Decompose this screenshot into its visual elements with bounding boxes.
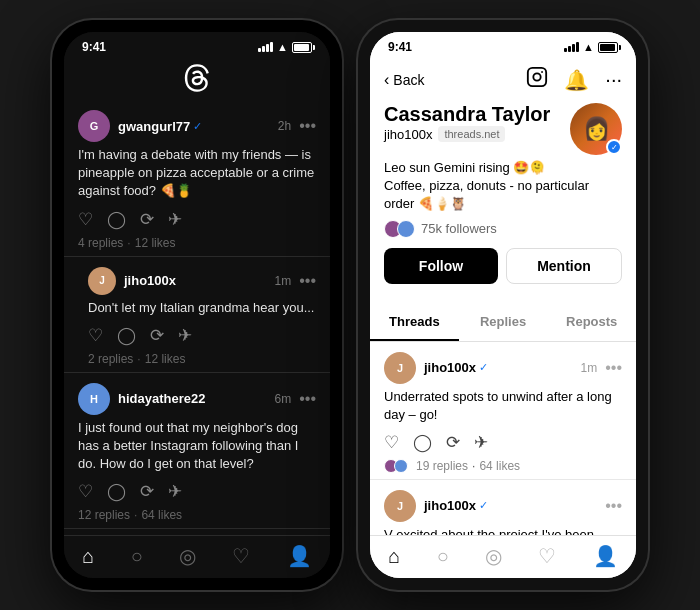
signal-icon (564, 42, 579, 52)
nav-heart-icon[interactable]: ♡ (538, 544, 556, 568)
like-button[interactable]: ♡ (384, 432, 399, 453)
left-phone: 9:41 ▲ (52, 20, 342, 590)
tab-threads[interactable]: Threads (370, 304, 459, 341)
post-user-info: G gwangurl77 ✓ (78, 110, 202, 142)
repost-button[interactable]: ⟳ (140, 209, 154, 230)
post-time: 1m (581, 361, 598, 375)
follower-avatar (397, 220, 415, 238)
post-item: J jiho100x 1m ••• Don't let my (64, 257, 330, 373)
username: hidayathere22 (118, 391, 205, 406)
username-row: jiho100x ✓ (424, 498, 488, 513)
more-button[interactable]: ••• (299, 117, 316, 135)
repost-button[interactable]: ⟳ (446, 432, 460, 453)
profile-tabs: Threads Replies Reposts (370, 304, 636, 342)
share-button[interactable]: ✈ (178, 325, 192, 346)
post-content: Underrated spots to unwind after a long … (384, 388, 622, 424)
post-actions: ♡ ◯ ⟳ ✈ (384, 432, 622, 453)
like-button[interactable]: ♡ (88, 325, 103, 346)
repost-button[interactable]: ⟳ (140, 481, 154, 502)
post-user-info: H hidayathere22 (78, 383, 205, 415)
profile-name: Cassandra Taylor (384, 103, 550, 126)
profile-info: Cassandra Taylor jiho100x threads.net 👩 … (370, 99, 636, 304)
nav-activity-icon[interactable]: ◎ (485, 544, 502, 568)
post-content: I'm having a debate with my friends — is… (78, 146, 316, 201)
battery-icon (598, 42, 618, 53)
wifi-icon: ▲ (277, 41, 288, 53)
right-status-icons: ▲ (564, 41, 618, 53)
post-actions: ♡ ◯ ⟳ ✈ (78, 481, 316, 502)
nav-activity-icon[interactable]: ◎ (179, 544, 196, 568)
threads-logo-svg (183, 64, 211, 92)
instagram-icon[interactable] (526, 66, 548, 93)
right-status-bar: 9:41 ▲ (370, 32, 636, 58)
nav-home-icon[interactable]: ⌂ (82, 545, 94, 568)
post-stats: 4 replies · 12 likes (78, 236, 316, 250)
wifi-icon: ▲ (583, 41, 594, 53)
username-row: jiho100x ✓ (424, 360, 488, 375)
nav-search-icon[interactable]: ○ (131, 545, 143, 568)
profile-post-item: J jiho100x ✓ ••• V excited about the pro… (370, 480, 636, 535)
nav-profile-icon[interactable]: 👤 (593, 544, 618, 568)
post-actions: ♡ ◯ ⟳ ✈ (78, 209, 316, 230)
feed: G gwangurl77 ✓ 2h ••• (64, 100, 330, 535)
tab-reposts[interactable]: Reposts (547, 304, 636, 341)
verified-badge: ✓ (193, 120, 202, 133)
like-button[interactable]: ♡ (78, 209, 93, 230)
profile-post-user: J jiho100x ✓ (384, 352, 488, 384)
username-row: jiho100x (124, 273, 176, 288)
nav-heart-icon[interactable]: ♡ (232, 544, 250, 568)
post-user-info: J jiho100x (88, 267, 176, 295)
svg-point-1 (534, 73, 541, 80)
verified-badge: ✓ (479, 361, 488, 374)
post-header: J jiho100x 1m ••• (88, 267, 316, 295)
post-time: 6m (275, 392, 292, 406)
profile-post-header: J jiho100x ✓ ••• (384, 490, 622, 522)
repost-button[interactable]: ⟳ (150, 325, 164, 346)
post-time: 1m (275, 274, 292, 288)
follow-button[interactable]: Follow (384, 248, 498, 284)
right-screen: 9:41 ▲ (370, 32, 636, 578)
comment-button[interactable]: ◯ (107, 481, 126, 502)
more-button[interactable]: ••• (605, 359, 622, 377)
share-button[interactable]: ✈ (474, 432, 488, 453)
share-button[interactable]: ✈ (168, 481, 182, 502)
mention-button[interactable]: Mention (506, 248, 622, 284)
avatar: H (78, 383, 110, 415)
left-time: 9:41 (82, 40, 106, 54)
share-button[interactable]: ✈ (168, 209, 182, 230)
profile-actions: Follow Mention (384, 248, 622, 284)
header-icons: 🔔 ··· (526, 66, 622, 93)
more-button[interactable]: ••• (605, 497, 622, 515)
username: jiho100x (124, 273, 176, 288)
comment-button[interactable]: ◯ (413, 432, 432, 453)
like-button[interactable]: ♡ (78, 481, 93, 502)
nav-profile-icon[interactable]: 👤 (287, 544, 312, 568)
signal-icon (258, 42, 273, 52)
followers-avatars (384, 220, 415, 238)
tab-replies[interactable]: Replies (459, 304, 548, 341)
left-status-bar: 9:41 ▲ (64, 32, 330, 58)
followers-count: 75k followers (421, 221, 497, 236)
bottom-nav: ⌂ ○ ◎ ♡ 👤 (64, 535, 330, 578)
comment-button[interactable]: ◯ (107, 209, 126, 230)
nav-search-icon[interactable]: ○ (437, 545, 449, 568)
profile-bio: Leo sun Gemini rising 🤩🫠 Coffee, pizza, … (384, 159, 622, 214)
nav-home-icon[interactable]: ⌂ (388, 545, 400, 568)
profile-post-header: J jiho100x ✓ 1m ••• (384, 352, 622, 384)
more-button[interactable]: ••• (299, 390, 316, 408)
bio-line2: Coffee, pizza, donuts - no particular or… (384, 177, 622, 213)
post-header: H hidayathere22 6m ••• (78, 383, 316, 415)
bell-icon[interactable]: 🔔 (564, 68, 589, 92)
verified-profile-badge: ✓ (606, 139, 622, 155)
profile-post-item: J jiho100x ✓ 1m ••• Underrat (370, 342, 636, 480)
more-icon[interactable]: ··· (605, 68, 622, 91)
profile-handle: jiho100x (384, 127, 432, 142)
username-row: gwangurl77 ✓ (118, 119, 202, 134)
profile-handle-row: jiho100x threads.net (384, 126, 550, 142)
bottom-nav-right: ⌂ ○ ◎ ♡ 👤 (370, 535, 636, 578)
back-button[interactable]: ‹ Back (384, 71, 424, 89)
post-actions: ♡ ◯ ⟳ ✈ (88, 325, 316, 346)
comment-button[interactable]: ◯ (117, 325, 136, 346)
more-button[interactable]: ••• (299, 272, 316, 290)
threads-domain-badge: threads.net (438, 126, 505, 142)
